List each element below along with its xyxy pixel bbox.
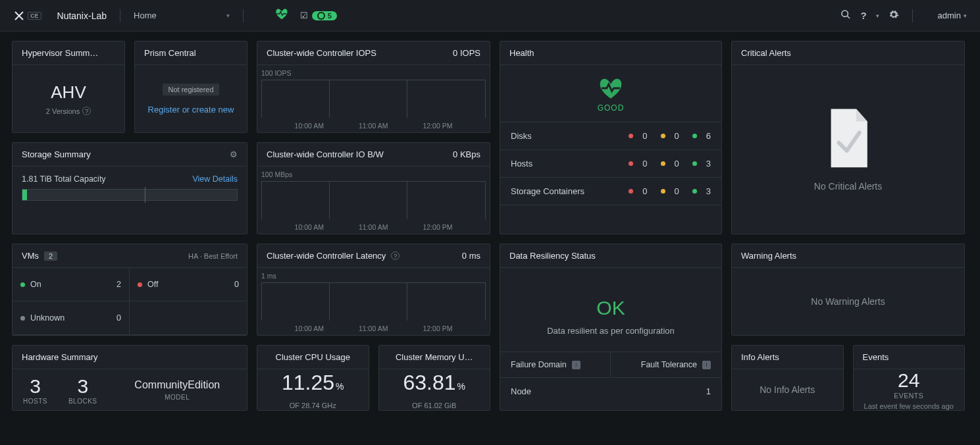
health-heart-icon[interactable] — [275, 8, 288, 23]
pc-register-link[interactable]: Register or create new — [148, 105, 234, 115]
chart-ylabel: 100 MBps — [261, 170, 292, 178]
svg-point-0 — [842, 11, 848, 16]
storage-bar — [22, 189, 238, 201]
divider — [912, 9, 913, 22]
help-icon[interactable]: ? — [82, 107, 91, 115]
gear-icon[interactable] — [889, 9, 899, 22]
panel-data-resiliency: Data Resiliency Status OK Data resilient… — [500, 244, 722, 411]
help-chevron-icon[interactable]: ▾ — [876, 13, 879, 19]
panel-title: Hypervisor Summ… — [22, 48, 98, 58]
latency-value: 0 ms — [462, 251, 480, 261]
health-row-hosts[interactable]: Hosts 0 0 3 — [500, 150, 721, 178]
panel-title: Critical Alerts — [741, 48, 791, 58]
latency-chart[interactable]: 1 ms 10:00 AM11:00 AM12:00 PM — [257, 268, 490, 335]
panel-title: Cluster CPU Usage — [276, 352, 350, 362]
tasks-badge[interactable]: ☑ 5 — [300, 11, 337, 20]
chart-ylabel: 100 IOPS — [261, 69, 292, 77]
panel-title: Warning Alerts — [741, 251, 796, 261]
logo[interactable]: CE — [13, 10, 41, 22]
panel-title: Cluster-wide Controller Latency — [267, 251, 386, 261]
panel-title: Info Alerts — [741, 352, 779, 362]
page-label: Home — [134, 11, 157, 20]
view-details-link[interactable]: View Details — [192, 174, 238, 184]
panel-title: Health — [509, 48, 534, 58]
panel-iops: Cluster-wide Controller IOPS0 IOPS 100 I… — [257, 41, 490, 133]
admin-label: admin — [938, 11, 961, 20]
dr-status: OK — [596, 297, 625, 319]
failure-domain-cell[interactable]: Failure Domaini — [500, 352, 611, 377]
logo-edition: CE — [28, 12, 41, 20]
panel-hypervisor: Hypervisor Summ… AHV 2 Versions? — [12, 41, 125, 133]
cpu-of: OF 28.74 GHz — [290, 402, 336, 409]
panel-warning-alerts: Warning Alerts No Warning Alerts — [731, 244, 965, 336]
panel-title: Cluster-wide Controller IO B/W — [267, 149, 384, 159]
panel-cpu-mem-group: Cluster CPU Usage 11.25% OF 28.74 GHz Cl… — [257, 345, 490, 411]
cpu-value: 11.25 — [282, 371, 334, 395]
panel-critical-alerts: Critical Alerts No Critical Alerts — [731, 41, 965, 234]
help-icon[interactable]: ? — [391, 251, 400, 260]
dr-node-row[interactable]: Node 1 — [500, 377, 721, 405]
hypervisor-name: AHV — [51, 82, 86, 103]
warning-alerts-msg: No Warning Alerts — [811, 296, 885, 307]
mem-value: 63.81 — [403, 371, 455, 395]
panel-title: Storage Summary — [22, 149, 91, 159]
panel-title: Prism Central — [144, 48, 196, 58]
panel-vms: VMs2 HA · Best Effort On2 Off0 Unknown0 — [12, 244, 247, 336]
panel-title: Hardware Summary — [22, 352, 98, 362]
task-count: 5 — [328, 12, 332, 20]
vm-on-cell[interactable]: On2 — [13, 268, 130, 301]
panel-memory-usage: Cluster Memory U… 63.81% OF 61.02 GiB — [378, 345, 491, 411]
vm-count-badge: 2 — [44, 251, 57, 261]
heart-icon — [598, 77, 624, 99]
ha-config[interactable]: HA · Best Effort — [188, 252, 238, 260]
iops-chart[interactable]: 100 IOPS 10:00 AM11:00 AM12:00 PM — [257, 65, 490, 132]
blocks-count: 3BLOCKS — [58, 375, 108, 405]
chart-ylabel: 1 ms — [261, 272, 276, 280]
panel-title: VMs — [22, 251, 39, 261]
chevron-down-icon: ▾ — [226, 12, 230, 19]
events-label: EVENTS — [894, 392, 923, 400]
panel-events: Events 24 EVENTS Last event few seconds … — [853, 345, 966, 411]
check-icon: ☑ — [300, 11, 308, 20]
bw-chart[interactable]: 100 MBps 10:00 AM11:00 AM12:00 PM — [257, 167, 490, 234]
divider — [120, 9, 120, 22]
file-check-icon — [825, 107, 872, 170]
info-icon: i — [572, 361, 580, 369]
hardware-model: CommunityEditionMODEL — [108, 379, 247, 401]
fault-tolerance-cell[interactable]: Fault Tolerancei — [611, 352, 721, 377]
hypervisor-versions: 2 Versions — [46, 107, 80, 115]
info-alerts-msg: No Info Alerts — [760, 384, 815, 395]
panel-title: Cluster Memory U… — [396, 352, 473, 362]
panel-io-bandwidth: Cluster-wide Controller IO B/W0 KBps 100… — [257, 142, 490, 234]
gear-icon[interactable]: ⚙ — [230, 149, 238, 159]
cluster-name[interactable]: Nutanix-Lab — [57, 11, 107, 21]
chevron-down-icon: ▾ — [964, 13, 967, 19]
page-dropdown[interactable]: Home ▾ — [134, 11, 230, 20]
user-menu[interactable]: admin ▾ — [938, 11, 967, 20]
health-row-storage-containers[interactable]: Storage Containers 0 0 3 — [500, 178, 721, 205]
panel-storage-summary: Storage Summary⚙ 1.81 TiB Total Capacity… — [12, 142, 247, 234]
panel-latency: Cluster-wide Controller Latency? 0 ms 1 … — [257, 244, 490, 336]
vm-unknown-cell[interactable]: Unknown0 — [13, 301, 130, 335]
help-icon[interactable]: ? — [860, 10, 866, 21]
critical-alerts-msg: No Critical Alerts — [814, 181, 882, 192]
panel-info-alerts: Info Alerts No Info Alerts — [731, 345, 844, 411]
panel-info-events-group: Info Alerts No Info Alerts Events 24 EVE… — [731, 345, 965, 411]
panel-title: Cluster-wide Controller IOPS — [267, 48, 376, 58]
panel-title: Data Resiliency Status — [509, 251, 596, 261]
vm-off-cell[interactable]: Off0 — [130, 268, 247, 301]
events-count: 24 — [898, 369, 919, 392]
info-icon: i — [702, 361, 711, 369]
search-icon[interactable] — [840, 9, 851, 22]
pc-status-chip: Not registered — [163, 84, 219, 95]
panel-health: Health GOOD Disks 0 0 6 Hosts — [500, 41, 722, 234]
hosts-count: 3HOSTS — [13, 375, 58, 405]
bw-value: 0 KBps — [453, 149, 480, 159]
events-sub: Last event few seconds ago — [864, 402, 954, 410]
panel-prism-central: Prism Central Not registered Register or… — [134, 41, 247, 133]
health-row-disks[interactable]: Disks 0 0 6 — [500, 122, 721, 150]
top-bar: CE Nutanix-Lab Home ▾ ☑ 5 ? ▾ admin ▾ — [0, 0, 980, 32]
panel-cpu-usage: Cluster CPU Usage 11.25% OF 28.74 GHz — [257, 345, 369, 411]
mem-of: OF 61.02 GiB — [412, 402, 456, 409]
storage-capacity: 1.81 TiB Total Capacity — [22, 174, 106, 184]
